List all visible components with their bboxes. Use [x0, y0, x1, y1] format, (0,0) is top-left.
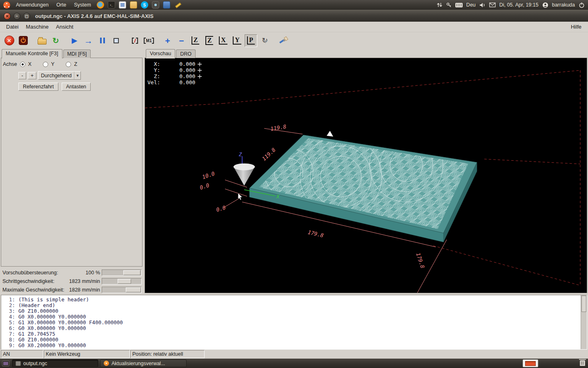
skip-lines-button[interactable]: / [129, 34, 141, 47]
gcode-line[interactable]: 5:G1 X0.000000 Y0.000000 F400.000000 [1, 320, 587, 325]
view-z-rotated-button[interactable]: Z [203, 34, 216, 47]
minimize-window-icon[interactable]: − [13, 13, 20, 20]
axis-radio-x[interactable] [20, 62, 25, 67]
axis-radio-y[interactable] [43, 62, 48, 67]
power-icon[interactable] [579, 2, 585, 8]
rotate-view-button[interactable] [258, 34, 271, 47]
keyboard-icon[interactable] [455, 3, 463, 7]
optional-stop-icon: M1 [146, 38, 152, 43]
view-z-button[interactable]: Z [189, 34, 202, 47]
screenshot-icon[interactable] [152, 1, 159, 9]
axis-radio-y-label[interactable]: Y [51, 61, 54, 67]
max-velocity-slider[interactable] [102, 287, 142, 293]
pencil-icon[interactable] [174, 1, 181, 9]
key-icon[interactable] [446, 2, 452, 8]
gcode-line[interactable]: 6:G0 X0.000000 Y0.000000 [1, 325, 587, 331]
pause-button[interactable] [96, 34, 109, 47]
axis-radio-z-label[interactable]: Z [74, 61, 77, 67]
step-button[interactable] [82, 34, 95, 47]
skype-icon[interactable]: S [141, 1, 148, 9]
window-titlebar[interactable]: ✕ − ◻ output.ngc - AXIS 2.4.6 auf EMC-HA… [0, 10, 588, 22]
trash-icon[interactable] [580, 360, 585, 366]
dro-x: X: 0.000 [147, 61, 195, 67]
gcode-scrollbar[interactable] [581, 295, 587, 349]
view-y-button[interactable]: Y [231, 34, 243, 47]
jog-speed-handle[interactable] [118, 279, 131, 284]
gcode-line[interactable]: 7:G1 Z0.704575 [1, 331, 587, 337]
jog-increment-value: Durchgehend [41, 73, 71, 79]
clock-label[interactable]: Di, 05. Apr, 19:15 [499, 2, 539, 8]
menu-maschine[interactable]: Maschine [22, 22, 52, 31]
text-editor-icon[interactable] [119, 1, 126, 9]
tab-mdi[interactable]: MDI [F5] [63, 49, 91, 58]
reload-button[interactable] [49, 34, 62, 47]
jog-speed-slider[interactable] [102, 278, 142, 285]
toolbar: / M1 Z Z X Y P [0, 32, 588, 49]
menu-orte[interactable]: Orte [54, 2, 68, 8]
tray-window-preview[interactable] [523, 359, 538, 367]
gcode-line[interactable]: 8:G0 Z10.000000 [1, 337, 587, 343]
firefox-icon[interactable] [97, 1, 104, 9]
gcode-listing[interactable]: 1:(This is simple header) 2:(Header end)… [1, 295, 587, 350]
home-axis-button[interactable]: Referenzfahrt [18, 83, 58, 91]
axis-radio-z[interactable] [66, 62, 71, 67]
tab-dro[interactable]: DRO [176, 49, 196, 58]
feed-override-handle[interactable] [123, 270, 140, 275]
user-icon[interactable] [542, 2, 548, 8]
tab-vorschau[interactable]: Vorschau [146, 49, 175, 58]
ubuntu-logo-icon[interactable] [3, 2, 10, 9]
menu-anwendungen[interactable]: Anwendungen [14, 2, 51, 8]
user-label[interactable]: barrakuda [552, 2, 575, 8]
view-perspective-button[interactable]: P [245, 34, 257, 47]
dro-vel: Vel: 0.000 [147, 79, 195, 85]
clear-plot-icon [279, 36, 288, 45]
menu-system[interactable]: System [72, 2, 93, 8]
maximize-window-icon[interactable]: ◻ [23, 13, 30, 20]
open-file-button[interactable] [36, 34, 48, 47]
feed-override-slider[interactable] [102, 269, 142, 276]
stop-button[interactable] [110, 34, 122, 47]
updown-arrows-icon[interactable] [437, 2, 443, 8]
optional-stop-button[interactable]: M1 [143, 34, 155, 47]
dro-z: Z: 0.000 [147, 73, 195, 79]
keyboard-layout-label[interactable]: Deu [466, 2, 476, 8]
taskbar-window-update-manager[interactable]: Aktualisierungsverwal... [100, 359, 187, 367]
clear-plot-button[interactable] [277, 34, 290, 47]
gcode-line[interactable]: 9:G0 X0.200000 Y0.000000 [1, 343, 587, 348]
mail-icon[interactable] [489, 2, 496, 7]
zoom-out-button[interactable] [175, 34, 188, 47]
zoom-in-button[interactable] [161, 34, 174, 47]
package-icon[interactable] [163, 1, 170, 9]
gcode-line[interactable]: 1:(This is simple header) [1, 297, 587, 303]
jog-plus-button[interactable]: + [28, 72, 36, 79]
menu-datei[interactable]: Datei [2, 22, 22, 31]
gcode-line[interactable]: 4:G0 X0.000000 Y0.000000 [1, 314, 587, 320]
menu-hilfe[interactable]: Hilfe [567, 22, 586, 31]
run-button[interactable] [68, 34, 81, 47]
screen: Anwendungen Orte System ›_ S Deu Di, 05.… [0, 0, 588, 368]
terminal-icon[interactable]: ›_ [108, 1, 115, 9]
jog-minus-button[interactable]: - [18, 72, 26, 79]
jog-speed-value: 1823 mm/min [69, 278, 100, 284]
folder-icon[interactable] [130, 1, 137, 9]
manual-control-panel: Achse X Y Z - + Durchgehend Referenzfahr… [1, 58, 143, 267]
close-window-icon[interactable]: ✕ [4, 13, 11, 20]
show-desktop-icon[interactable] [2, 361, 9, 366]
estop-button[interactable] [3, 34, 16, 47]
preview-3d-canvas[interactable]: 119.8 119.8 10.0 0.0 0.0 179.8 179.8 Z X [145, 58, 587, 293]
preview-panel: 119.8 119.8 10.0 0.0 0.0 179.8 179.8 Z X [145, 58, 587, 293]
axis-radio-x-label[interactable]: X [28, 61, 31, 67]
jog-increment-dropdown[interactable]: Durchgehend [38, 71, 81, 80]
gcode-line[interactable]: 3:G0 Z10.000000 [1, 308, 587, 314]
gcode-line[interactable]: 2:(Header end) [1, 303, 587, 308]
max-velocity-handle[interactable] [126, 287, 141, 292]
touch-off-button[interactable]: Antasten [62, 83, 91, 91]
view-perspective-icon: P [247, 36, 255, 45]
view-x-button[interactable]: X [217, 34, 229, 47]
volume-icon[interactable] [479, 2, 486, 8]
taskbar-window-axis[interactable]: output.ngc [12, 359, 98, 367]
gcode-scrollbar-handle[interactable] [581, 296, 586, 312]
menu-ansicht[interactable]: Ansicht [52, 22, 77, 31]
machine-power-button[interactable] [17, 34, 29, 47]
tab-manuelle-kontrolle[interactable]: Manuelle Kontrolle [F3] [2, 49, 62, 58]
